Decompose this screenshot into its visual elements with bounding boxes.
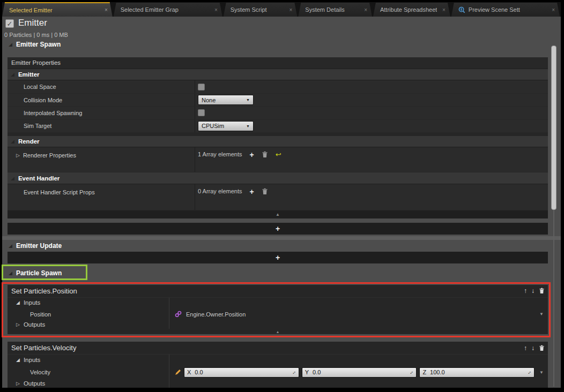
delete-elements-icon[interactable] (262, 188, 268, 195)
tab-selected-emitter[interactable]: Selected Emitter × (2, 2, 113, 17)
plus-icon: + (276, 225, 280, 232)
move-up-icon[interactable]: ↑ (524, 287, 527, 295)
svg-text:i: i (461, 7, 462, 11)
chevron-down-icon: ▼ (246, 98, 250, 102)
section-particle-spawn[interactable]: ◢ Particle Spawn (3, 269, 62, 278)
row-local-space: Local Space (8, 80, 548, 93)
tab-system-details[interactable]: System Details × (298, 3, 372, 17)
inputs-row: ◢ Inputs (8, 298, 548, 308)
triangle-expanded-icon[interactable]: ◢ (11, 176, 14, 181)
emitter-title: Emitter (18, 18, 47, 28)
collapse-panel-button[interactable]: ▲ (8, 210, 548, 218)
row-velocity-input: Velocity X 0.0 ↔ Y 0.0 ↔ Z 100.0 (8, 365, 548, 379)
chevron-down-icon[interactable]: ▼ (539, 312, 544, 316)
triangle-collapsed-icon[interactable]: ▷ (16, 322, 20, 327)
velocity-y-field[interactable]: Y 0.0 ↔ (302, 367, 417, 378)
chevron-down-icon: ▼ (246, 124, 250, 128)
emitter-enabled-checkbox[interactable]: ✓ (5, 19, 14, 28)
outputs-row: ▷ Outputs (8, 379, 548, 388)
section-separator (2, 236, 561, 240)
info-magnifier-icon: i (458, 6, 465, 13)
row-renderer-properties: ▷ Renderer Properties 1 Array elements +… (8, 147, 548, 172)
module-set-particles-position: Set Particles.Position ↑ ↓ ◢ Inputs Posi… (8, 285, 548, 334)
row-event-handler-script-props: Event Handler Script Props 0 Array eleme… (8, 184, 548, 210)
niagara-selected-emitter-panel: Selected Emitter × Selected Emitter Grap… (0, 0, 564, 392)
tab-close-icon[interactable]: × (105, 7, 108, 13)
add-module-button[interactable]: + (8, 223, 548, 235)
delete-module-icon[interactable] (539, 345, 545, 351)
emitter-stats: 0 Particles | 0 ms | 0 MB (4, 32, 68, 38)
category-emitter[interactable]: ◢ Emitter (8, 69, 548, 81)
triangle-expanded-icon[interactable]: ◢ (9, 42, 12, 47)
tab-selected-emitter-graph[interactable]: Selected Emitter Grap × (114, 3, 222, 17)
tab-bar: Selected Emitter × Selected Emitter Grap… (2, 2, 561, 17)
tab-preview-scene-settings[interactable]: i Preview Scene Sett × (451, 3, 560, 17)
panel-title: Emitter Properties (8, 57, 548, 69)
move-down-icon[interactable]: ↓ (531, 344, 535, 352)
delete-elements-icon[interactable] (262, 151, 268, 158)
section-emitter-update[interactable]: ◢ Emitter Update (9, 242, 62, 250)
triangle-collapsed-icon[interactable]: ▷ (16, 381, 20, 386)
add-element-icon[interactable]: + (250, 188, 254, 195)
module-header[interactable]: Set Particles.Velocity ↑ ↓ (8, 342, 548, 355)
tab-close-icon[interactable]: × (364, 7, 367, 13)
collision-mode-dropdown[interactable]: None ▼ (198, 95, 254, 105)
pencil-edit-icon[interactable] (175, 369, 181, 375)
scrollbar-track[interactable] (553, 210, 554, 387)
drag-diagonal-icon[interactable]: ↔ (290, 368, 296, 375)
delete-module-icon[interactable] (539, 288, 545, 294)
tab-close-icon[interactable]: × (290, 7, 293, 13)
row-position-input: Position Engine.Owner.Position ▼ (8, 308, 548, 320)
outputs-row: ▷ Outputs (8, 321, 548, 329)
link-chain-icon (175, 311, 182, 318)
tab-attribute-spreadsheet[interactable]: Attribute Spreadsheet × (373, 3, 450, 17)
revert-to-default-icon[interactable]: ↩ (276, 151, 281, 158)
tab-system-script[interactable]: System Script × (224, 3, 298, 17)
module-set-particles-velocity: Set Particles.Velocity ↑ ↓ ◢ Inputs Velo… (8, 342, 548, 388)
category-event-handler[interactable]: ◢ Event Handler (8, 172, 548, 184)
add-element-icon[interactable]: + (250, 151, 254, 159)
add-module-button[interactable]: + (8, 252, 548, 263)
position-value-dropdown[interactable]: Engine.Owner.Position ▼ (169, 308, 548, 320)
scrollbar-thumb[interactable] (551, 46, 556, 210)
emitter-properties-panel: Emitter Properties ◢ Emitter Local Space… (8, 57, 548, 218)
collapse-up-icon: ▲ (276, 212, 280, 217)
chevron-down-icon[interactable]: ▼ (539, 370, 544, 375)
sim-target-dropdown[interactable]: CPUSim ▼ (198, 121, 254, 131)
move-down-icon[interactable]: ↓ (531, 287, 535, 295)
move-up-icon[interactable]: ↑ (524, 344, 527, 352)
velocity-x-field[interactable]: X 0.0 ↔ (184, 367, 299, 378)
plus-icon: + (276, 254, 280, 261)
interpolated-spawning-checkbox[interactable] (198, 109, 205, 116)
collapse-module-button[interactable]: ▲ (8, 329, 548, 334)
row-sim-target: Sim Target CPUSim ▼ (8, 120, 548, 133)
category-render[interactable]: ◢ Render (8, 136, 548, 148)
triangle-expanded-icon[interactable]: ◢ (16, 357, 20, 363)
module-header[interactable]: Set Particles.Position ↑ ↓ (8, 285, 548, 298)
tab-close-icon[interactable]: × (214, 7, 218, 13)
triangle-expanded-icon[interactable]: ◢ (9, 270, 12, 276)
section-emitter-spawn[interactable]: ◢ Emitter Spawn (9, 41, 61, 48)
triangle-expanded-icon[interactable]: ◢ (11, 139, 14, 144)
triangle-collapsed-icon[interactable]: ▷ (16, 153, 20, 158)
velocity-z-field[interactable]: Z 100.0 ↔ (419, 367, 535, 378)
row-collision-mode: Collision Mode None ▼ (8, 94, 548, 107)
tab-close-icon[interactable]: × (552, 7, 555, 13)
collapse-up-icon: ▲ (276, 330, 280, 334)
inputs-row: ◢ Inputs (8, 355, 548, 365)
drag-diagonal-icon[interactable]: ↔ (407, 368, 414, 375)
row-interpolated-spawning: Interpolated Spawning (8, 107, 548, 119)
triangle-expanded-icon[interactable]: ◢ (9, 243, 12, 248)
local-space-checkbox[interactable] (198, 84, 205, 91)
drag-diagonal-icon[interactable]: ↔ (525, 368, 532, 375)
particle-spawn-highlight: ◢ Particle Spawn (2, 265, 87, 280)
triangle-expanded-icon[interactable]: ◢ (11, 72, 14, 77)
triangle-expanded-icon[interactable]: ◢ (16, 300, 20, 305)
tab-close-icon[interactable]: × (442, 7, 446, 13)
